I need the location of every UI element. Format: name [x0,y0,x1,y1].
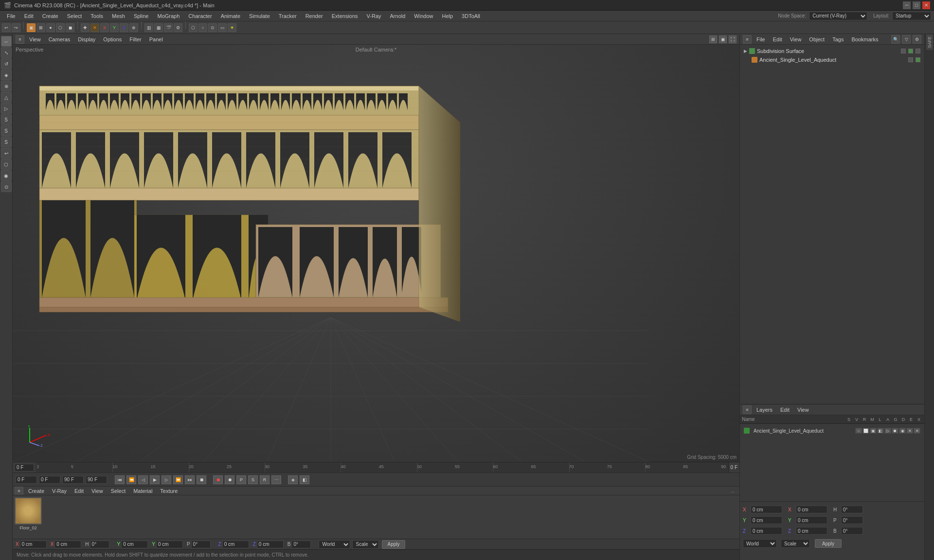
y-rot-input[interactable] [156,541,183,548]
menu-file[interactable]: File [3,12,19,20]
layer-lock[interactable]: ▷ [884,428,891,434]
obj-menu-tags[interactable]: Tags [829,35,846,43]
layers-menu-layers[interactable]: Layers [754,406,775,414]
layers-menu-view[interactable]: View [794,406,812,414]
vp-btn-expand[interactable]: ⛶ [729,35,736,43]
menu-simulate[interactable]: Simulate [245,12,274,20]
layer-button[interactable]: ◧ [300,475,309,484]
x-rot-input[interactable] [54,541,81,548]
mode-texture[interactable]: ⊠ [36,23,45,32]
sidebar-btn-8[interactable]: S [1,114,12,125]
sidebar-btn-11[interactable]: ⬡ [1,159,12,170]
record-button[interactable]: ⏺ [213,475,223,484]
coord-p-input[interactable] [841,516,863,524]
layers-menu-icon[interactable]: ≡ [743,405,752,414]
z-pos-input[interactable] [222,541,249,548]
prev-frame-button[interactable]: ⏪ [126,475,136,484]
menu-tools[interactable]: Tools [87,12,107,20]
cylinder-btn[interactable]: ⊙ [208,23,217,32]
frame-current-input[interactable] [16,476,37,484]
sidebar-btn-move[interactable]: ↔ [1,36,12,47]
layer-render[interactable]: ▣ [870,428,877,434]
coord-y-input[interactable] [751,516,782,524]
selection-tool[interactable]: ✕ [90,23,99,32]
minimize-button[interactable]: ─ [903,1,911,9]
obj-menu-file[interactable]: File [754,35,768,43]
vp-btn-fit[interactable]: ⊞ [709,35,717,43]
obj-menu-object[interactable]: Object [806,35,827,43]
coord-apply-button[interactable]: Apply [815,539,842,548]
undo-button[interactable]: ↩ [2,23,11,32]
vp-menu-display[interactable]: Display [75,35,98,43]
mat-menu-icon[interactable]: ≡ [15,487,23,495]
vp-menu-options[interactable]: Options [100,35,125,43]
viewport-menu-icon[interactable]: ≡ [16,35,24,44]
aq-tag-1[interactable] [908,57,913,62]
menu-create[interactable]: Create [38,12,62,20]
vp-menu-panel[interactable]: Panel [146,35,166,43]
redo-button[interactable]: ↪ [12,23,20,32]
menu-tracker[interactable]: Tracker [275,12,301,20]
sidebar-btn-paint[interactable]: S [1,125,12,136]
next-frame-button[interactable]: ⏩ [173,475,183,484]
layer-visible[interactable]: ⬜ [862,428,869,434]
menu-character[interactable]: Character [184,12,216,20]
sidebar-btn-5[interactable]: ⊕ [1,81,12,91]
obj-tag-1[interactable] [901,49,906,53]
menu-select[interactable]: Select [63,12,86,20]
menu-window[interactable]: Window [410,12,437,20]
obj-item-subdivision[interactable]: ▶ Subdivision Surface [742,47,922,55]
record-rot-button[interactable]: R [260,475,269,484]
z-axis-btn[interactable]: Z [120,23,128,32]
mat-menu-material[interactable]: Material [130,487,155,495]
mat-menu-vray[interactable]: V-Ray [49,487,70,495]
vp-menu-filter[interactable]: Filter [126,35,144,43]
go-end-button[interactable]: ⏭ [185,475,195,484]
render-region-btn[interactable]: ▥ [144,23,153,32]
obj-menu-view[interactable]: View [787,35,805,43]
record-scale-button[interactable]: S [248,475,258,484]
cube-btn[interactable]: ⬡ [189,23,198,32]
layer-anim[interactable]: ⏺ [892,428,898,434]
motion-system-button[interactable]: ◈ [288,475,298,484]
aq-tag-2[interactable] [916,57,920,62]
layer-expr[interactable]: ✕ [914,428,920,434]
mat-menu-view[interactable]: View [89,487,106,495]
prev-key-button[interactable]: ◁ [138,475,148,484]
coord-b-input[interactable] [841,527,863,535]
menu-vray[interactable]: V-Ray [363,12,385,20]
sidebar-btn-10[interactable]: ↩ [1,148,12,158]
menu-mesh[interactable]: Mesh [108,12,129,20]
h-input[interactable] [90,541,109,548]
obj-item-aqueduct[interactable]: Ancient_Single_Level_Aqueduct [742,55,922,64]
layer-deform[interactable]: ✕ [906,428,913,434]
stop-button[interactable]: ⏹ [197,475,206,484]
sidebar-btn-4[interactable]: ◈ [1,70,12,80]
obj-search-btn[interactable]: 🔍 [891,35,900,44]
z-rot-input[interactable] [257,541,284,548]
menu-render[interactable]: Render [302,12,327,20]
mat-menu-edit[interactable]: Edit [72,487,87,495]
sidebar-btn-6[interactable]: △ [1,92,12,103]
obj-menu-bookmarks[interactable]: Bookmarks [848,35,881,43]
layer-manager[interactable]: ◧ [877,428,884,434]
sidebar-btn-13[interactable]: ⊙ [1,181,12,192]
menu-arnold[interactable]: Arnold [386,12,410,20]
layers-menu-edit[interactable]: Edit [777,406,792,414]
apply-button[interactable]: Apply [382,540,405,549]
sidebar-tab-safe[interactable]: SAFE [926,34,933,50]
coord-x-input[interactable] [751,506,782,513]
timeline-ruler[interactable]: 0 5 10 15 20 25 30 35 40 45 50 [36,462,728,472]
p-input[interactable] [191,541,211,548]
sidebar-btn-12[interactable]: ◉ [1,170,12,181]
obj-settings-btn[interactable]: ⚙ [913,35,921,44]
sidebar-btn-9[interactable]: S [1,137,12,147]
transform-mode-dropdown[interactable]: Scale [352,540,379,549]
obj-menu-edit[interactable]: Edit [770,35,785,43]
coord-z2-input[interactable] [796,527,827,535]
maximize-button[interactable]: □ [913,1,920,9]
sidebar-btn-scale[interactable]: ⤡ [1,47,12,58]
viewport[interactable]: Perspective Default Camera:* [13,45,739,462]
frame-fps-input[interactable] [86,476,107,484]
mat-menu-select[interactable]: Select [108,487,129,495]
